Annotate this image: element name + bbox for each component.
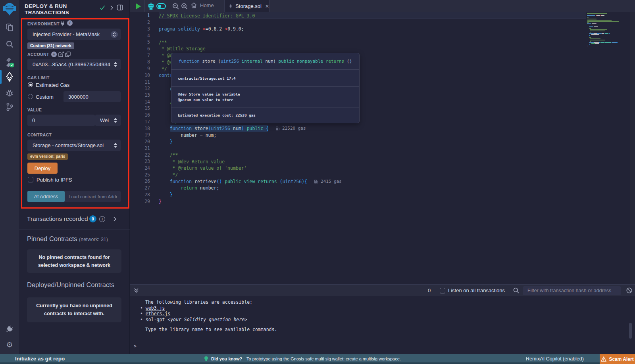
terminal-line: Type the library name to see available c… <box>145 327 277 333</box>
code-line-27: return number; <box>159 185 219 192</box>
terminal-filter-input[interactable]: Filter with transaction hash or address <box>523 286 621 295</box>
gutter-line-number: 6 <box>130 46 150 52</box>
gutter-line-number: 1 <box>130 12 150 19</box>
copilot-status[interactable]: RemixAI Copilot (enabled) <box>526 356 584 362</box>
code-token: } <box>170 192 173 197</box>
deployed-contracts-heading: Deployed/Unpinned Contracts <box>27 281 114 289</box>
code-line-20: } <box>159 138 173 145</box>
code-line-5: /** <box>159 39 167 46</box>
contract-select[interactable]: Storage - contracts/Storage.sol <box>27 140 121 151</box>
git-icon[interactable] <box>0 102 19 111</box>
account-select-arrows-icon <box>114 62 117 67</box>
environment-select[interactable]: Injected Provider - MetaMask <box>27 29 121 40</box>
terminal-scrollbar-thumb[interactable] <box>629 323 632 339</box>
listen-transactions-label: Listen on all transactions <box>448 287 505 293</box>
code-token: ) <box>302 179 304 184</box>
value-unit-select[interactable]: Wei <box>95 115 121 126</box>
transactions-info-icon[interactable]: i <box>99 216 105 222</box>
tooltip-signature-token: function <box>179 59 202 64</box>
account-edit-icon[interactable] <box>58 52 64 57</box>
estimated-gas-radio[interactable] <box>28 82 33 87</box>
icon-sidebar: ⚙ <box>0 0 19 354</box>
terminal: 0 Listen on all transactions Filter with… <box>130 284 635 354</box>
editor-scrollbar[interactable] <box>630 12 635 284</box>
gutter-line-number: 18 <box>130 125 150 132</box>
minimap-token <box>591 43 595 44</box>
minimap-token <box>589 44 590 45</box>
settings-gear-icon[interactable]: ⚙ <box>0 340 19 349</box>
code-line-3: pragma solidity >=0.8.2 <0.9.0; <box>159 26 244 33</box>
account-select[interactable]: 0xA03...85ac4 (0.398673504934 <box>27 59 121 70</box>
at-address-input[interactable]: Load contract from Address <box>65 191 121 202</box>
web3-link[interactable]: web3.js <box>146 305 165 311</box>
environment-plug-icon[interactable] <box>60 21 65 26</box>
code-token: number = num; <box>159 132 216 138</box>
terminal-line: • web3.js <box>140 305 165 311</box>
code-token <box>159 139 170 144</box>
minimap-token <box>597 15 600 16</box>
code-token: ( <box>208 126 211 131</box>
terminal-collapse-icon[interactable] <box>134 288 139 293</box>
custom-gas-input[interactable]: 3000000 <box>64 91 121 102</box>
code-token: } <box>159 199 162 204</box>
deploy-button[interactable]: Deploy <box>27 163 58 174</box>
minimap-token <box>587 23 591 24</box>
file-explorer-icon[interactable] <box>0 23 19 32</box>
code-token: function <box>170 126 192 131</box>
minimap-token <box>594 33 597 34</box>
terminal-clear-icon[interactable] <box>626 287 632 293</box>
minimap-token <box>587 22 589 23</box>
ethers-link[interactable]: ethers.js <box>146 311 170 316</box>
minimap-token <box>604 42 607 43</box>
account-add-icon[interactable]: + <box>51 52 57 57</box>
environment-label: ENVIRONMENT <box>27 21 60 26</box>
gutter-line-number: 15 <box>130 105 150 112</box>
active-plugin-indicator <box>0 70 2 84</box>
code-line-18: function store(uint256 num) public {2252… <box>159 125 306 132</box>
account-copy-icon[interactable] <box>65 52 71 57</box>
gutter-line-number: 14 <box>130 99 150 105</box>
at-address-button[interactable]: At Address <box>27 191 65 202</box>
code-token: ( <box>280 179 283 184</box>
editor-minimap[interactable] <box>586 12 630 284</box>
minimap-token <box>612 42 616 43</box>
minimap-token <box>607 42 611 43</box>
scam-alert-button[interactable]: Scam Alert <box>600 354 635 364</box>
minimap-token <box>589 26 593 27</box>
transactions-expand-chevron-icon[interactable] <box>113 216 117 222</box>
minimap-token <box>589 42 594 43</box>
minimap-token <box>604 33 604 34</box>
plugin-manager-icon[interactable] <box>0 325 19 333</box>
contract-label: CONTRACT <box>27 132 52 137</box>
tooltip-location: contracts/Storage.sol 17:4 <box>171 69 359 86</box>
git-init-button[interactable]: Initialize as git repo <box>15 356 65 362</box>
terminal-search-icon[interactable] <box>513 287 519 293</box>
panel-check-icon <box>100 5 105 10</box>
panel-docs-icon[interactable] <box>117 4 123 11</box>
minimap-token <box>589 35 590 36</box>
code-line-29: } <box>159 198 162 205</box>
minimap-token <box>589 37 591 38</box>
value-input[interactable]: 0 <box>27 115 95 126</box>
publish-ipfs-checkbox[interactable] <box>28 177 33 182</box>
solidity-compiler-icon[interactable] <box>0 57 19 68</box>
code-token: */ <box>159 172 178 178</box>
tooltip-signature: function store (uint256 internal num) pu… <box>171 53 359 69</box>
evm-version-badge: evm version: paris <box>27 153 68 160</box>
code-token: uint256 <box>211 126 230 131</box>
remix-logo[interactable] <box>0 2 19 16</box>
listen-transactions-checkbox[interactable] <box>440 288 445 293</box>
code-token: /** <box>159 40 167 45</box>
custom-gas-radio[interactable] <box>28 94 33 99</box>
gutter-line-number: 23 <box>130 158 150 165</box>
code-token: { <box>266 126 269 131</box>
debugger-icon[interactable] <box>0 88 19 97</box>
did-you-know-text: To prototype using the Gnosis safe multi… <box>246 356 401 361</box>
deploy-run-icon[interactable] <box>0 72 19 82</box>
code-editor[interactable]: 1// SPDX-License-Identifier: GPL-3.023pr… <box>130 0 635 284</box>
environment-select-arrows-icon <box>111 31 118 38</box>
code-token: function <box>170 179 192 184</box>
environment-info-icon[interactable]: i <box>67 20 73 26</box>
search-icon[interactable] <box>0 40 19 48</box>
panel-collapse-chevron-icon[interactable] <box>110 5 114 10</box>
